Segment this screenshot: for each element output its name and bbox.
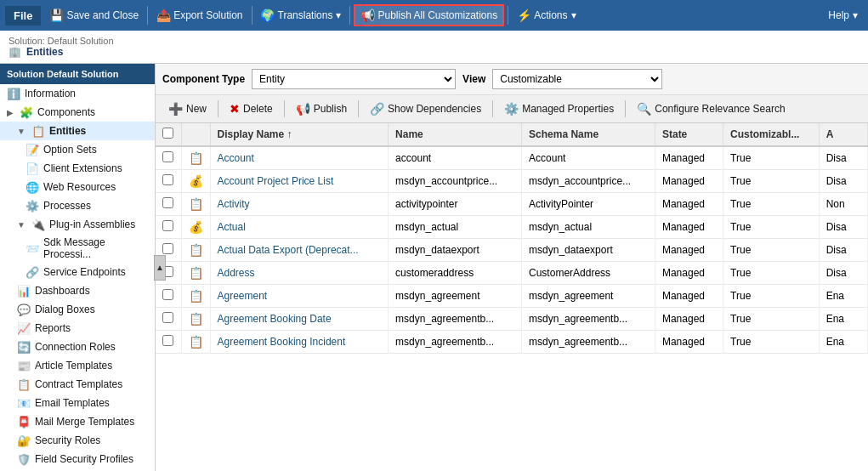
delete-icon: ✖ — [230, 102, 240, 116]
security-roles-icon: 🔐 — [17, 434, 31, 447]
row-state: Managed — [655, 193, 723, 216]
toolbar-sep-4 — [508, 6, 508, 25]
sidebar-item-article-templates[interactable]: 📰 Article Templates — [0, 356, 155, 375]
row-checkbox[interactable] — [162, 174, 173, 185]
sidebar-item-client-extensions[interactable]: 📄 Client Extensions — [0, 159, 155, 178]
row-checkbox[interactable] — [162, 289, 173, 300]
toolbar-sep-2 — [252, 6, 252, 25]
save-icon: 💾 — [49, 9, 63, 22]
solution-label: Solution: Default Solution — [9, 36, 859, 46]
row-checkbox[interactable] — [162, 335, 173, 346]
action-sep-5 — [625, 100, 626, 117]
processes-icon: ⚙️ — [26, 199, 39, 213]
sidebar-toggle-button[interactable]: ▲ — [154, 255, 166, 281]
action-sep-3 — [358, 100, 359, 117]
row-display-name[interactable]: Account — [210, 146, 389, 170]
filter-bar: Component Type Entity View Customizable — [156, 64, 868, 95]
plugin-expand-icon: ▼ — [17, 220, 26, 230]
sidebar-item-sdk-message[interactable]: 📨 Sdk Message Processi... — [0, 234, 155, 263]
relevance-icon: 🔍 — [637, 102, 651, 116]
sidebar-item-plug-in-assemblies[interactable]: ▼ 🔌 Plug-in Assemblies — [0, 215, 155, 234]
table-header-row: Display Name ↑ Name Schema Name State Cu… — [156, 123, 868, 146]
translations-button[interactable]: 🌍 Translations ▾ — [256, 6, 347, 25]
table-body: 📋 Account account Account Managed True D… — [156, 146, 868, 354]
help-button[interactable]: Help ▾ — [823, 7, 863, 24]
action-sep-4 — [492, 100, 493, 117]
save-close-button[interactable]: 💾 Save and Close — [44, 6, 144, 25]
row-checkbox-cell — [156, 193, 181, 216]
publish-button[interactable]: 📢 Publish — [288, 99, 355, 119]
sidebar-item-email-templates[interactable]: 📧 Email Templates — [0, 394, 155, 412]
configure-relevance-button[interactable]: 🔍 Configure Relevance Search — [629, 99, 792, 119]
actions-button[interactable]: ⚡ Actions ▾ — [512, 6, 581, 25]
row-icon-cell: 💰 — [181, 170, 210, 193]
actions-icon: ⚡ — [517, 9, 530, 22]
row-customizable: True — [723, 193, 820, 216]
row-display-name[interactable]: Actual — [210, 216, 389, 239]
sidebar-item-dashboards[interactable]: 📊 Dashboards — [0, 281, 155, 300]
view-select[interactable]: Customizable — [492, 69, 662, 89]
reports-icon: 📈 — [17, 321, 31, 335]
table-row: 📋 Agreement msdyn_agreement msdyn_agreem… — [156, 285, 868, 308]
col-header-display-name[interactable]: Display Name ↑ — [210, 123, 389, 146]
row-customizable: True — [723, 239, 820, 262]
row-type-icon: 📋 — [189, 197, 203, 211]
show-dependencies-button[interactable]: 🔗 Show Dependencies — [362, 99, 489, 119]
sidebar-item-field-security-profiles[interactable]: 🛡️ Field Security Profiles — [0, 450, 155, 468]
sidebar-item-connection-roles[interactable]: 🔄 Connection Roles — [0, 338, 155, 356]
file-button[interactable]: File — [5, 6, 41, 26]
row-icon-cell: 📋 — [181, 146, 210, 170]
row-display-name[interactable]: Agreement Booking Incident — [210, 331, 389, 354]
delete-button[interactable]: ✖ Delete — [222, 99, 281, 119]
entities-icon: 📋 — [31, 124, 45, 138]
export-solution-button[interactable]: 📤 Export Solution — [151, 6, 247, 25]
row-display-name[interactable]: Account Project Price List — [210, 170, 389, 193]
row-name: account — [389, 146, 522, 170]
row-type-icon: 📋 — [189, 312, 203, 326]
component-type-select[interactable]: Entity — [252, 69, 456, 89]
row-display-name[interactable]: Agreement Booking Date — [210, 308, 389, 331]
service-endpoints-icon: 🔗 — [26, 265, 39, 279]
row-checkbox[interactable] — [162, 197, 173, 208]
row-icon-cell: 💰 — [181, 216, 210, 239]
row-name: customeraddress — [389, 262, 522, 285]
row-checkbox[interactable] — [162, 243, 173, 254]
sidebar-item-components[interactable]: ▶ 🧩 Components — [0, 103, 155, 122]
select-all-checkbox[interactable] — [162, 128, 173, 139]
row-a: Disa — [819, 146, 867, 170]
sidebar-item-option-sets[interactable]: 📝 Option Sets — [0, 140, 155, 159]
new-button[interactable]: ➕ New — [161, 99, 214, 119]
row-schema-name: msdyn_agreementb... — [522, 308, 655, 331]
row-checkbox[interactable] — [162, 151, 173, 162]
dashboards-icon: 📊 — [17, 284, 31, 298]
contract-templates-icon: 📋 — [17, 377, 31, 391]
row-display-name[interactable]: Address — [210, 262, 389, 285]
row-schema-name: msdyn_agreement — [522, 285, 655, 308]
row-icon-cell: 📋 — [181, 239, 210, 262]
row-icon-cell: 📋 — [181, 308, 210, 331]
sidebar-item-mail-merge-templates[interactable]: 📮 Mail Merge Templates — [0, 412, 155, 431]
sidebar-item-entities[interactable]: ▼ 📋 Entities — [0, 122, 155, 140]
sidebar-item-dialog-boxes[interactable]: 💬 Dialog Boxes — [0, 300, 155, 319]
row-checkbox[interactable] — [162, 220, 173, 231]
row-schema-name: msdyn_actual — [522, 216, 655, 239]
sidebar-item-service-endpoints[interactable]: 🔗 Service Endpoints — [0, 263, 155, 281]
row-checkbox-cell — [156, 331, 181, 354]
sidebar-item-security-roles[interactable]: 🔐 Security Roles — [0, 431, 155, 450]
sidebar-item-contract-templates[interactable]: 📋 Contract Templates — [0, 375, 155, 394]
publish-all-button[interactable]: 📢 Publish All Customizations — [354, 4, 504, 26]
row-name: msdyn_accountprice... — [389, 170, 522, 193]
info-icon: ℹ️ — [7, 87, 20, 100]
row-display-name[interactable]: Activity — [210, 193, 389, 216]
row-display-name[interactable]: Agreement — [210, 285, 389, 308]
managed-properties-button[interactable]: ⚙️ Managed Properties — [496, 99, 621, 119]
components-expand-icon: ▶ — [7, 108, 14, 117]
row-a: Disa — [819, 216, 867, 239]
sidebar-item-processes[interactable]: ⚙️ Processes — [0, 196, 155, 215]
sidebar-item-information[interactable]: ℹ️ Information — [0, 84, 155, 103]
sidebar-item-reports[interactable]: 📈 Reports — [0, 319, 155, 338]
sidebar-item-web-resources[interactable]: 🌐 Web Resources — [0, 178, 155, 196]
row-a: Ena — [819, 308, 867, 331]
row-checkbox[interactable] — [162, 312, 173, 323]
row-display-name[interactable]: Actual Data Export (Deprecat... — [210, 239, 389, 262]
